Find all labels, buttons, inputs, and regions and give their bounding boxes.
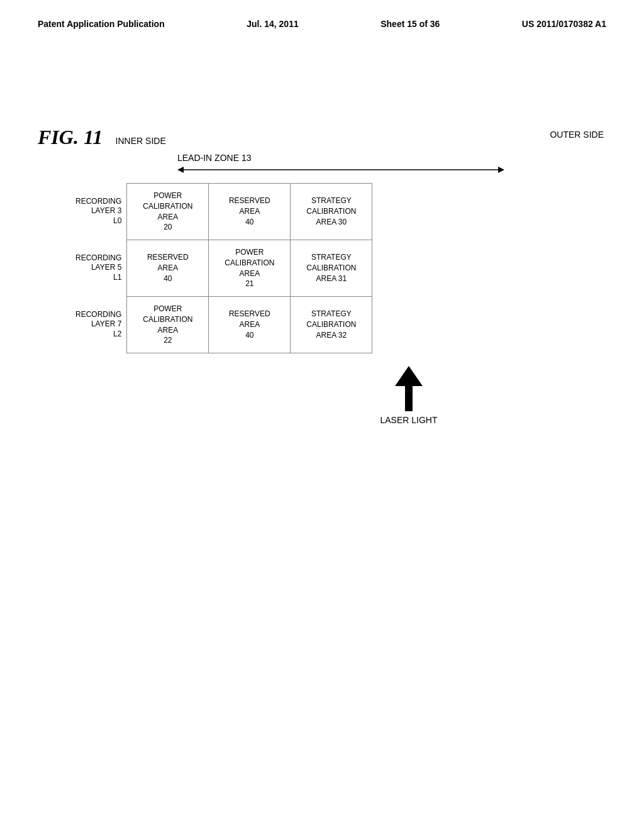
inner-side-label: INNER SIDE bbox=[116, 136, 166, 146]
table-row: RESERVEDAREA40 POWERCALIBRATIONAREA21 ST… bbox=[127, 240, 372, 297]
laser-section: LASER LIGHT bbox=[214, 366, 604, 425]
svg-marker-0 bbox=[177, 167, 184, 173]
cell-l2-reserved40: RESERVEDAREA40 bbox=[209, 297, 291, 353]
sheet-label: Sheet 15 of 36 bbox=[380, 19, 440, 29]
lead-in-arrow bbox=[177, 163, 504, 177]
row-labels: RECORDINGLAYER 3L0 RECORDINGLAYER 5L1 RE… bbox=[75, 183, 121, 353]
table-row: POWERCALIBRATIONAREA20 RESERVEDAREA40 ST… bbox=[127, 184, 372, 240]
lead-in-zone-label: LEAD-IN ZONE 13 bbox=[177, 153, 251, 163]
diagram-wrapper: RECORDINGLAYER 3L0 RECORDINGLAYER 5L1 RE… bbox=[75, 183, 604, 353]
publication-label: Patent Application Publication bbox=[38, 19, 165, 29]
outer-side-label: OUTER SIDE bbox=[550, 130, 604, 140]
laser-arrow-head bbox=[395, 366, 423, 386]
laser-light-label: LASER LIGHT bbox=[380, 415, 437, 425]
cell-l2-strategy32: STRATEGYCALIBRATIONAREA 32 bbox=[291, 297, 372, 353]
patent-number-label: US 2011/0170382 A1 bbox=[522, 19, 606, 29]
page-header: Patent Application Publication Jul. 14, … bbox=[0, 0, 644, 29]
figure-11: FIG. 11 INNER SIDE OUTER SIDE LEAD-IN ZO… bbox=[38, 126, 604, 425]
svg-marker-2 bbox=[498, 167, 504, 173]
diagram-table: POWERCALIBRATIONAREA20 RESERVEDAREA40 ST… bbox=[126, 183, 372, 353]
table-row: POWERCALIBRATIONAREA22 RESERVEDAREA40 ST… bbox=[127, 297, 372, 353]
row-label-l2: RECORDINGLAYER 7L2 bbox=[75, 296, 121, 353]
cell-l1-reserved40: RESERVEDAREA40 bbox=[127, 240, 209, 297]
figure-label: FIG. 11 bbox=[38, 126, 103, 149]
row-label-l0: RECORDINGLAYER 3L0 bbox=[75, 183, 121, 240]
row-label-l1: RECORDINGLAYER 5L1 bbox=[75, 240, 121, 296]
cell-l1-strategy31: STRATEGYCALIBRATIONAREA 31 bbox=[291, 240, 372, 297]
cell-l0-pca20: POWERCALIBRATIONAREA20 bbox=[127, 184, 209, 240]
cell-l2-pca22: POWERCALIBRATIONAREA22 bbox=[127, 297, 209, 353]
cell-l1-pca21: POWERCALIBRATIONAREA21 bbox=[209, 240, 291, 297]
cell-l0-reserved40: RESERVEDAREA40 bbox=[209, 184, 291, 240]
cell-l0-strategy30: STRATEGYCALIBRATIONAREA 30 bbox=[291, 184, 372, 240]
date-label: Jul. 14, 2011 bbox=[247, 19, 299, 29]
laser-arrow-stem bbox=[405, 386, 413, 411]
